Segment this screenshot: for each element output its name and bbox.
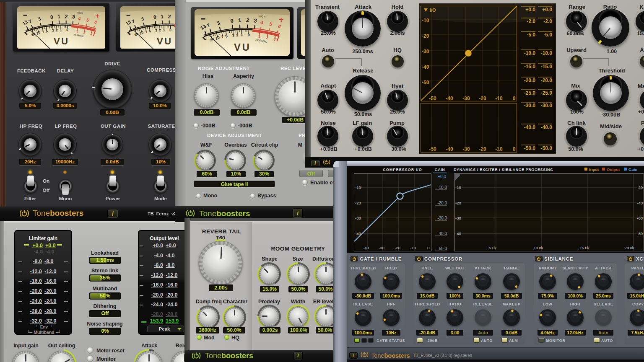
- svg-text:-15.0: -15.0: [541, 64, 553, 70]
- svg-text:0: 0: [513, 96, 516, 101]
- svg-text:1: 1: [241, 33, 243, 37]
- svg-text:-40: -40: [455, 231, 461, 236]
- svg-text:0: 0: [513, 146, 516, 152]
- svg-text:-50.0: -50.0: [437, 246, 447, 251]
- svg-text:-20.0: -20.0: [437, 201, 447, 205]
- svg-text:0: 0: [427, 246, 429, 250]
- svg-text:+: +: [95, 11, 99, 20]
- svg-text:-10: -10: [495, 96, 503, 101]
- svg-text:DYNAMICS / EXCITER / SIBILANCE: DYNAMICS / EXCITER / SIBILANCE PROCESSIN…: [454, 168, 553, 172]
- svg-text:-30: -30: [462, 96, 470, 101]
- svg-text:-30: -30: [422, 49, 429, 54]
- svg-text:-15.0: -15.0: [524, 64, 536, 70]
- svg-text:2: 2: [65, 13, 68, 19]
- svg-text:I/O: I/O: [430, 8, 436, 13]
- svg-text:-25.0: -25.0: [541, 90, 553, 96]
- svg-text:-30: -30: [355, 216, 361, 220]
- svg-text:-40: -40: [363, 246, 369, 250]
- svg-text:-20: -20: [395, 246, 400, 250]
- svg-text:-30: -30: [379, 246, 384, 250]
- svg-text:-80: -80: [637, 231, 643, 236]
- svg-text:-50: -50: [429, 96, 436, 101]
- svg-text:HIGH: HIGH: [77, 11, 83, 14]
- svg-text:-30: -30: [455, 216, 461, 220]
- svg-text:-20: -20: [479, 146, 486, 152]
- svg-text:-2.0: -2.0: [527, 18, 535, 24]
- svg-text:-10.0: -10.0: [437, 185, 447, 190]
- svg-text:VU: VU: [54, 36, 70, 47]
- svg-text:+0.0: +0.0: [438, 174, 446, 179]
- svg-text:+: +: [279, 15, 283, 24]
- svg-text:HIGH: HIGH: [259, 15, 265, 18]
- svg-text:VU: VU: [234, 42, 251, 53]
- svg-text:-20: -20: [422, 33, 429, 39]
- svg-text:-50: -50: [429, 146, 436, 152]
- svg-text:Output: Output: [607, 167, 620, 172]
- svg-text:-10: -10: [455, 185, 461, 190]
- svg-text:-10: -10: [422, 18, 429, 23]
- svg-text:2: 2: [168, 13, 171, 19]
- svg-text:-20: -20: [355, 201, 361, 205]
- svg-text:-40: -40: [422, 64, 429, 70]
- svg-text:-40: -40: [637, 201, 643, 205]
- svg-text:-5.0: -5.0: [527, 32, 535, 38]
- svg-text:1: 1: [57, 13, 61, 19]
- svg-text:Input: Input: [589, 167, 599, 172]
- svg-text:-40: -40: [355, 231, 361, 236]
- svg-text:-40.0: -40.0: [524, 124, 536, 130]
- svg-text:15.0k: 15.0k: [579, 246, 589, 250]
- svg-text:Gain: Gain: [628, 167, 637, 172]
- svg-text:COMPRESSOR I/O: COMPRESSOR I/O: [383, 168, 422, 172]
- svg-text:-20: -20: [455, 201, 461, 205]
- svg-text:-60: -60: [637, 216, 643, 220]
- svg-text:-50.0: -50.0: [541, 145, 553, 151]
- svg-text:-10.0: -10.0: [524, 50, 536, 56]
- svg-text:-40: -40: [446, 146, 453, 152]
- svg-text:-2.0: -2.0: [543, 18, 552, 24]
- svg-text:-10.0: -10.0: [541, 50, 553, 56]
- svg-text:VU: VU: [157, 36, 173, 47]
- svg-text:-20: -20: [479, 96, 486, 101]
- svg-text:-20: -20: [637, 185, 643, 190]
- svg-text:-40.0: -40.0: [437, 231, 447, 236]
- svg-text:10.0k: 10.0k: [533, 246, 543, 250]
- svg-text:2: 2: [246, 17, 249, 23]
- svg-text:20.0k: 20.0k: [624, 246, 634, 250]
- svg-text:-40.0: -40.0: [541, 124, 553, 130]
- svg-text:1: 1: [60, 28, 62, 32]
- svg-text:-10: -10: [410, 246, 416, 250]
- svg-text:-10: -10: [495, 146, 503, 152]
- svg-text:-5.0: -5.0: [543, 32, 552, 38]
- svg-text:0: 0: [247, 33, 250, 37]
- svg-text:-30.0: -30.0: [524, 103, 536, 109]
- svg-text:-40: -40: [446, 96, 453, 101]
- svg-text:-30: -30: [462, 146, 470, 152]
- svg-text:5.0k: 5.0k: [489, 246, 496, 250]
- svg-text:-20.0: -20.0: [524, 78, 536, 83]
- svg-text:-50: -50: [422, 80, 429, 85]
- svg-text:1: 1: [238, 17, 241, 23]
- svg-text:+0.0: +0.0: [542, 7, 552, 13]
- svg-text:GAIN: GAIN: [435, 168, 445, 172]
- svg-text:-20.0: -20.0: [541, 78, 553, 83]
- svg-text:-25.0: -25.0: [524, 90, 536, 96]
- svg-text:-30.0: -30.0: [541, 103, 553, 109]
- svg-text:1: 1: [161, 13, 164, 19]
- svg-text:-30.0: -30.0: [437, 216, 447, 220]
- svg-text:-10: -10: [355, 185, 361, 190]
- svg-text:-50.0: -50.0: [524, 145, 536, 151]
- svg-text:+0.0: +0.0: [525, 7, 535, 13]
- svg-text:1: 1: [163, 28, 165, 32]
